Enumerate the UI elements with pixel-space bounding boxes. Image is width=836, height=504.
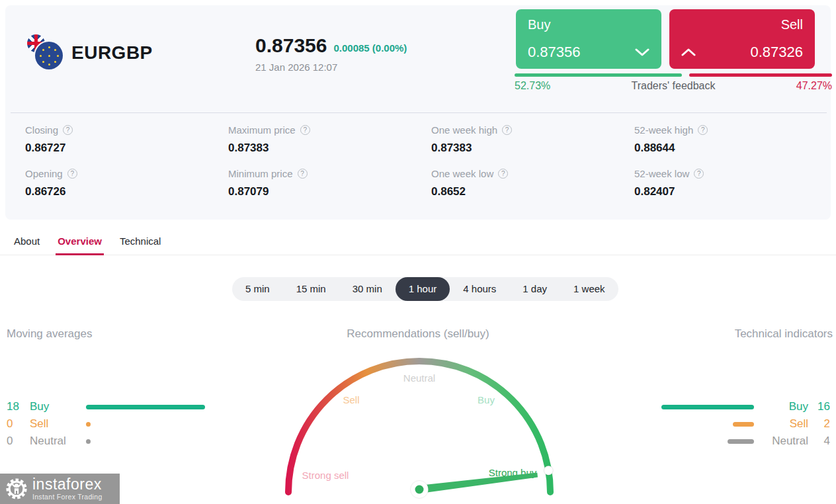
tab-about[interactable]: About bbox=[12, 235, 42, 255]
help-icon[interactable]: ? bbox=[694, 169, 704, 179]
eu-stars bbox=[48, 55, 50, 57]
feedback-buy-bar bbox=[515, 73, 682, 77]
help-icon[interactable]: ? bbox=[698, 125, 708, 135]
price-block: 0.87356 0.00085 (0.00%) 21 Jan 2026 12:0… bbox=[255, 36, 407, 73]
stat-label: 52-week low bbox=[634, 168, 689, 179]
feedback-buy-percent: 52.73% bbox=[515, 80, 550, 92]
ti-neutral-bar bbox=[728, 439, 754, 444]
watermark-tagline: Instant Forex Trading bbox=[32, 493, 103, 501]
ma-row-buy: 18 Buy bbox=[7, 398, 218, 415]
current-price: 0.87356 bbox=[255, 36, 327, 56]
ma-buy-label: Buy bbox=[30, 400, 86, 413]
ma-sell-count: 0 bbox=[7, 417, 30, 431]
gauge-value-marker bbox=[544, 466, 553, 475]
gauge-label-neutral: Neutral bbox=[403, 372, 435, 384]
help-icon[interactable]: ? bbox=[300, 125, 310, 135]
chevron-down-icon bbox=[635, 48, 649, 57]
buy-button[interactable]: Buy 0.87356 bbox=[516, 9, 661, 69]
ma-row-neutral: 0 Neutral bbox=[7, 433, 218, 450]
ti-sell-label: Sell bbox=[754, 417, 808, 431]
stat-value: 0.8652 bbox=[431, 185, 634, 198]
recommendations-title: Recommendations (sell/buy) bbox=[0, 327, 836, 341]
quote-datetime: 21 Jan 2026 12:07 bbox=[255, 62, 407, 73]
stat-label: Maximum price bbox=[228, 124, 296, 136]
buy-price: 0.87356 bbox=[528, 44, 581, 61]
timeframe-selector: 5 min 15 min 30 min 1 hour 4 hours 1 day… bbox=[232, 277, 618, 301]
stat-item: 52-week high? 0.88644 bbox=[634, 124, 836, 168]
timeframe-1hour[interactable]: 1 hour bbox=[396, 277, 450, 301]
traders-feedback: 52.73% Traders' feedback 47.27% bbox=[515, 73, 832, 92]
timeframe-4hours[interactable]: 4 hours bbox=[450, 277, 509, 301]
stat-value: 0.86726 bbox=[25, 185, 228, 198]
timeframe-1week[interactable]: 1 week bbox=[560, 277, 618, 301]
gauge-label-strong-sell: Strong sell bbox=[302, 470, 349, 481]
tab-bar: About Overview Technical bbox=[0, 233, 836, 255]
buy-button-label: Buy bbox=[528, 17, 550, 32]
tab-technical[interactable]: Technical bbox=[118, 235, 163, 255]
ma-sell-label: Sell bbox=[30, 417, 86, 431]
stat-item: Opening? 0.86726 bbox=[25, 168, 228, 212]
timeframe-30min[interactable]: 30 min bbox=[339, 277, 396, 301]
ti-row-buy: Buy 16 bbox=[661, 398, 830, 415]
stat-value: 0.82407 bbox=[634, 185, 836, 198]
stat-value: 0.87079 bbox=[228, 185, 431, 198]
stat-label: One week low bbox=[431, 168, 493, 179]
sell-price: 0.87326 bbox=[750, 44, 803, 61]
ma-neutral-bar bbox=[86, 439, 91, 444]
ma-buy-bar bbox=[86, 405, 205, 409]
ti-sell-bar bbox=[733, 422, 754, 427]
stat-label: One week high bbox=[431, 124, 497, 136]
gauge-hub-inner bbox=[415, 485, 424, 494]
ma-row-sell: 0 Sell bbox=[7, 415, 218, 433]
timeframe-15min[interactable]: 15 min bbox=[283, 277, 339, 301]
ti-neutral-count: 4 bbox=[808, 435, 830, 448]
stats-grid: Closing? 0.86727 Maximum price? 0.87383 … bbox=[25, 124, 836, 212]
recommendation-gauge: Strong sell Sell Neutral Buy Strong buy bbox=[278, 349, 562, 504]
help-icon[interactable]: ? bbox=[498, 169, 508, 179]
eu-flag-icon bbox=[35, 42, 63, 69]
watermark-brand: instaforex bbox=[32, 477, 103, 492]
sell-button[interactable]: Sell 0.87326 bbox=[669, 9, 815, 69]
ti-neutral-label: Neutral bbox=[754, 435, 808, 448]
stat-item: Minimum price? 0.87079 bbox=[228, 168, 431, 212]
stat-item: One week low? 0.8652 bbox=[431, 168, 634, 212]
symbol-title: EURGBP bbox=[71, 42, 153, 63]
stat-label: Opening bbox=[25, 168, 63, 179]
instaforex-watermark: instaforex Instant Forex Trading bbox=[0, 474, 120, 504]
gauge-label-buy: Buy bbox=[478, 394, 495, 405]
page: EURGBP 0.87356 0.00085 (0.00%) 21 Jan 20… bbox=[0, 0, 836, 504]
stat-value: 0.86727 bbox=[25, 142, 228, 155]
stat-value: 0.87383 bbox=[228, 142, 431, 155]
ma-neutral-count: 0 bbox=[7, 435, 30, 448]
stat-item: One week high? 0.87383 bbox=[431, 124, 634, 168]
stat-item: Closing? 0.86727 bbox=[25, 124, 228, 168]
stat-item: 52-week low? 0.82407 bbox=[634, 168, 836, 212]
price-change: 0.00085 (0.00%) bbox=[333, 42, 407, 56]
timeframe-1day[interactable]: 1 day bbox=[509, 277, 560, 301]
help-icon[interactable]: ? bbox=[298, 169, 308, 179]
instaforex-gear-icon bbox=[5, 478, 28, 500]
timeframe-5min[interactable]: 5 min bbox=[232, 277, 283, 301]
stat-label: 52-week high bbox=[634, 124, 693, 136]
eur-gbp-flags-icon bbox=[25, 33, 62, 71]
chevron-up-icon bbox=[681, 48, 696, 57]
ti-sell-count: 2 bbox=[808, 417, 830, 431]
ma-buy-count: 18 bbox=[7, 400, 30, 413]
help-icon[interactable]: ? bbox=[63, 125, 73, 135]
technical-indicators-list: Buy 16 Sell 2 Neutral 4 bbox=[661, 398, 830, 450]
card-divider bbox=[11, 112, 827, 113]
stat-value: 0.88644 bbox=[634, 142, 836, 155]
feedback-sell-bar bbox=[689, 73, 832, 77]
gauge-label-sell: Sell bbox=[343, 394, 359, 405]
help-icon[interactable]: ? bbox=[502, 125, 512, 135]
ti-row-sell: Sell 2 bbox=[661, 415, 830, 433]
feedback-title: Traders' feedback bbox=[632, 80, 716, 92]
ti-row-neutral: Neutral 4 bbox=[661, 433, 830, 450]
stat-label: Minimum price bbox=[228, 168, 293, 179]
stat-label: Closing bbox=[25, 124, 58, 136]
moving-averages-list: 18 Buy 0 Sell 0 Neutral bbox=[7, 398, 218, 450]
stat-item: Maximum price? 0.87383 bbox=[228, 124, 431, 168]
help-icon[interactable]: ? bbox=[67, 169, 77, 179]
sell-button-label: Sell bbox=[781, 17, 803, 32]
tab-overview[interactable]: Overview bbox=[56, 235, 104, 255]
